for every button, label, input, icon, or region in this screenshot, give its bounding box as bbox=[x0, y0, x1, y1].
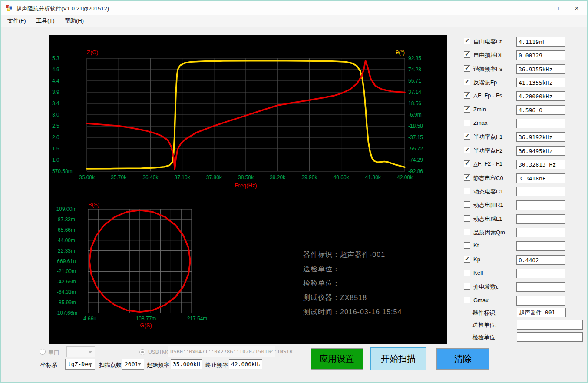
usbtmc-address-dropdown[interactable]: USB0::0x0471::0x2786::T020215010::INSTR bbox=[168, 346, 275, 357]
result-checkbox[interactable] bbox=[464, 283, 470, 290]
result-value-input[interactable] bbox=[516, 200, 565, 210]
field-input[interactable] bbox=[517, 308, 566, 317]
result-row: 动态电阻R1 bbox=[464, 200, 588, 210]
result-value-input[interactable] bbox=[516, 50, 565, 60]
clear-button[interactable]: 清除 bbox=[436, 348, 489, 370]
menu-bar: 文件(F) 工具(T) 帮助(H) bbox=[1, 15, 587, 27]
result-value-input[interactable] bbox=[516, 78, 565, 87]
svg-text:39.20k: 39.20k bbox=[270, 174, 286, 180]
close-button[interactable]: × bbox=[567, 1, 587, 15]
result-value-input[interactable] bbox=[516, 132, 565, 142]
result-row: 自由损耗Dt bbox=[464, 50, 588, 60]
result-checkbox[interactable] bbox=[464, 65, 470, 72]
menu-tools[interactable]: 工具(T) bbox=[33, 15, 58, 27]
field-input[interactable] bbox=[517, 320, 583, 330]
result-value-input[interactable] bbox=[516, 119, 565, 128]
result-checkbox[interactable] bbox=[464, 201, 470, 208]
coord-system-dropdown[interactable]: lgZ-Deg bbox=[65, 359, 95, 370]
svg-text:37.14: 37.14 bbox=[408, 89, 421, 95]
result-row: △F: F2 - F1 bbox=[464, 160, 588, 169]
svg-text:37.10k: 37.10k bbox=[175, 174, 191, 180]
result-checkbox[interactable] bbox=[464, 51, 470, 58]
menu-file[interactable]: 文件(F) bbox=[4, 15, 30, 27]
result-value-input[interactable] bbox=[516, 187, 565, 196]
minimize-button[interactable]: – bbox=[527, 1, 547, 15]
result-value-input[interactable] bbox=[516, 105, 565, 115]
result-checkbox[interactable] bbox=[464, 242, 470, 249]
svg-text:42.00k: 42.00k bbox=[397, 174, 413, 180]
chevron-down-icon bbox=[89, 363, 92, 366]
svg-text:-21.00m: -21.00m bbox=[57, 268, 76, 274]
svg-text:-6.9m: -6.9m bbox=[408, 112, 422, 118]
svg-text:4.9: 4.9 bbox=[52, 67, 59, 73]
result-checkbox[interactable] bbox=[464, 38, 470, 44]
device-info-overlay: 器件标识：超声器件-001 送检单位： 检验单位： 测试仪器：ZX8518 测试… bbox=[303, 247, 446, 319]
sweep-points-label: 扫描点数 bbox=[99, 361, 122, 369]
field-label: 器件标识: bbox=[472, 309, 497, 317]
result-label: 动态电感L1 bbox=[473, 215, 502, 223]
result-checkbox[interactable] bbox=[464, 160, 470, 167]
plot-panel: 5.392.8535.00k4.974.2835.70k4.455.7136.4… bbox=[49, 35, 447, 344]
result-checkbox[interactable] bbox=[464, 297, 470, 303]
stop-freq-input[interactable] bbox=[229, 359, 262, 369]
result-checkbox[interactable] bbox=[464, 106, 470, 113]
result-value-input[interactable] bbox=[516, 282, 565, 292]
serial-port-dropdown[interactable] bbox=[66, 346, 95, 357]
apply-settings-button[interactable]: 应用设置 bbox=[311, 348, 363, 370]
menu-help[interactable]: 帮助(H) bbox=[61, 15, 87, 27]
svg-text:74.28: 74.28 bbox=[408, 67, 421, 73]
result-checkbox[interactable] bbox=[464, 147, 470, 153]
result-checkbox[interactable] bbox=[464, 256, 470, 263]
field-input[interactable] bbox=[517, 332, 583, 342]
svg-text:570.58m: 570.58m bbox=[52, 168, 73, 174]
result-value-input[interactable] bbox=[516, 241, 565, 251]
svg-text:37.80k: 37.80k bbox=[206, 174, 222, 180]
result-checkbox[interactable] bbox=[464, 92, 470, 99]
result-value-input[interactable] bbox=[516, 214, 565, 224]
svg-text:39.90k: 39.90k bbox=[301, 174, 317, 180]
stop-freq-label: 终止频率 bbox=[205, 361, 228, 369]
result-label: 自由电容Ct bbox=[473, 38, 502, 46]
maximize-button[interactable]: □ bbox=[547, 1, 567, 15]
result-row: Keff bbox=[464, 269, 588, 278]
result-label: 反谐振Fp bbox=[473, 79, 497, 87]
result-checkbox[interactable] bbox=[464, 188, 470, 194]
svg-text:-18.58: -18.58 bbox=[408, 123, 423, 129]
result-checkbox[interactable] bbox=[464, 215, 470, 222]
svg-text:44.00m: 44.00m bbox=[58, 237, 75, 243]
result-checkbox[interactable] bbox=[464, 174, 470, 181]
coord-system-label: 坐标系 bbox=[40, 361, 57, 369]
svg-text:669.61u: 669.61u bbox=[57, 258, 76, 264]
field-label: 检验单位: bbox=[472, 333, 497, 341]
result-value-input[interactable] bbox=[516, 146, 565, 156]
serial-radio[interactable] bbox=[40, 349, 46, 355]
field-label: 送检单位: bbox=[472, 321, 497, 329]
sweep-points-dropdown[interactable]: 2001 bbox=[122, 359, 144, 370]
result-checkbox[interactable] bbox=[464, 133, 470, 140]
svg-text:40.60k: 40.60k bbox=[334, 174, 350, 180]
result-value-input[interactable] bbox=[516, 255, 565, 265]
svg-text:4.4: 4.4 bbox=[52, 78, 59, 84]
svg-text:Freq(Hz): Freq(Hz) bbox=[235, 182, 257, 189]
start-scan-button[interactable]: 开始扫描 bbox=[370, 347, 426, 370]
result-row: Gmax bbox=[464, 296, 588, 306]
result-value-input[interactable] bbox=[516, 91, 565, 101]
result-row: 介电常数ε bbox=[464, 282, 588, 292]
result-value-input[interactable] bbox=[516, 160, 565, 169]
result-value-input[interactable] bbox=[516, 37, 565, 47]
result-value-input[interactable] bbox=[516, 269, 565, 278]
result-value-input[interactable] bbox=[516, 64, 565, 74]
start-freq-input[interactable] bbox=[171, 359, 202, 369]
result-value-input[interactable] bbox=[516, 173, 565, 183]
result-checkbox[interactable] bbox=[464, 120, 470, 126]
result-checkbox[interactable] bbox=[464, 229, 470, 235]
app-window: 超声阻抗分析软件(V1.0.21@201512) – □ × 文件(F) 工具(… bbox=[0, 0, 588, 383]
result-value-input[interactable] bbox=[516, 228, 565, 237]
result-row: Kt bbox=[464, 241, 588, 251]
info-inspector: 检验单位： bbox=[303, 276, 446, 290]
usbtmc-radio[interactable] bbox=[139, 349, 145, 355]
result-label: Kp bbox=[473, 256, 480, 263]
result-checkbox[interactable] bbox=[464, 270, 470, 276]
result-value-input[interactable] bbox=[516, 296, 565, 306]
result-checkbox[interactable] bbox=[464, 79, 470, 85]
